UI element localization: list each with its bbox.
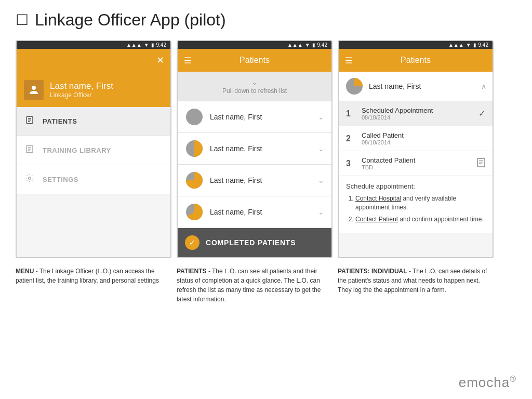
patient-avatar-4 bbox=[185, 203, 204, 221]
battery-icon-3: ▮ bbox=[473, 42, 476, 48]
step-title-3: Contacted Patient bbox=[362, 156, 471, 164]
user-name: Last name, First bbox=[50, 81, 113, 91]
caption-individual-text: PATIENTS: INDIVIDUAL - The L.O. can see … bbox=[338, 267, 494, 295]
step-info-2: Called Patient 08/10/2014 bbox=[362, 131, 485, 145]
settings-icon bbox=[24, 174, 35, 185]
patient-name-1: Last name, First bbox=[210, 113, 312, 121]
doc-icon[interactable] bbox=[477, 158, 485, 169]
patient-name-4: Last name, First bbox=[210, 208, 312, 216]
caption-individual: PATIENTS: INDIVIDUAL - The L.O. can see … bbox=[338, 267, 494, 304]
battery-icon-2: ▮ bbox=[312, 42, 315, 48]
hamburger-icon-2[interactable]: ☰ bbox=[184, 56, 191, 65]
caption-patients-bold: PATIENTS bbox=[177, 268, 207, 275]
screen-individual: ▲▲▲ ▼ ▮ 9:42 ☰ Patients Last name, First… bbox=[338, 40, 494, 258]
patient-avatar-2 bbox=[185, 139, 204, 158]
detail-avatar bbox=[345, 77, 364, 96]
individual-app-header: ☰ Patients bbox=[339, 49, 493, 72]
chevron-down-icon-3: ⌄ bbox=[318, 176, 324, 184]
status-bar-1: ▲▲▲ ▼ ▮ 9:42 bbox=[17, 41, 170, 49]
step-item-1[interactable]: 1 Scheduled Appointment 08/10/2014 ✓ bbox=[339, 101, 493, 126]
menu-item-settings[interactable]: SETTINGS bbox=[17, 165, 170, 194]
patient-list-item-3[interactable]: Last name, First ⌄ bbox=[178, 165, 331, 196]
page-header: ☐ Linkage Officer App (pilot) bbox=[16, 10, 516, 30]
menu-label-training: TRAINING LIBRARY bbox=[43, 147, 111, 154]
menu-app-header: ✕ bbox=[17, 49, 170, 72]
menu-label-patients: PATIENTS bbox=[43, 117, 77, 125]
step-item-3[interactable]: 3 Contacted Patient TBD bbox=[339, 151, 493, 176]
pull-refresh[interactable]: ⌄ Pull down to refresh list bbox=[178, 72, 331, 101]
user-avatar bbox=[24, 80, 44, 100]
chevron-up-icon: ∧ bbox=[481, 82, 486, 90]
signal-icon-2: ▲▲▲ bbox=[287, 42, 303, 48]
contact-patient-link[interactable]: Contact Patient bbox=[355, 216, 398, 223]
schedule-title: Schedule appointment: bbox=[346, 182, 485, 190]
menu-user-section: Last name, First Linkage Officer bbox=[17, 72, 170, 107]
battery-icon: ▮ bbox=[151, 42, 154, 48]
contact-hospital-link[interactable]: Contact Hospital bbox=[355, 195, 401, 202]
step-info-1: Scheduled Appointment 08/10/2014 bbox=[362, 107, 472, 121]
completed-label: COMPLETED PATIENTS bbox=[206, 238, 296, 247]
time-1: 9:42 bbox=[156, 42, 166, 48]
menu-items-list: PATIENTS TRAINING LIBRARY bbox=[17, 107, 170, 194]
emocha-text: emocha bbox=[459, 375, 510, 390]
caption-patients: PATIENTS - The L.O. can see all patients… bbox=[177, 267, 332, 304]
pull-refresh-text: Pull down to refresh list bbox=[222, 87, 287, 95]
patients-app-header: ☰ Patients bbox=[178, 49, 331, 72]
step-number-1: 1 bbox=[346, 109, 355, 118]
schedule-list: Contact Hospital and verify available ap… bbox=[346, 194, 485, 223]
completed-check-icon: ✓ bbox=[185, 235, 200, 250]
status-bar-3: ▲▲▲ ▼ ▮ 9:42 bbox=[339, 41, 493, 49]
patient-list-item-2[interactable]: Last name, First ⌄ bbox=[178, 133, 331, 165]
completed-patients-bar[interactable]: ✓ COMPLETED PATIENTS bbox=[178, 228, 331, 257]
time-3: 9:42 bbox=[478, 42, 488, 48]
patient-list-item-4[interactable]: Last name, First ⌄ bbox=[178, 196, 331, 228]
signal-icon-3: ▲▲▲ bbox=[448, 42, 464, 48]
patient-list-item[interactable]: Last name, First ⌄ bbox=[178, 101, 331, 133]
step-number-3: 3 bbox=[346, 159, 355, 168]
step-list: 1 Scheduled Appointment 08/10/2014 ✓ 2 C… bbox=[339, 101, 493, 176]
svg-rect-15 bbox=[477, 158, 485, 167]
chevron-down-icon-1: ⌄ bbox=[318, 113, 324, 121]
step-date-1: 08/10/2014 bbox=[362, 114, 472, 121]
menu-label-settings: SETTINGS bbox=[43, 176, 78, 183]
captions-container: MENU - The Linkage Officer (L.O.) can ac… bbox=[16, 267, 516, 304]
step-date-2: 08/10/2014 bbox=[362, 139, 485, 145]
patient-name-2: Last name, First bbox=[210, 144, 312, 153]
screen-menu: ▲▲▲ ▼ ▮ 9:42 ✕ Last name, First Linkage … bbox=[16, 40, 171, 258]
menu-item-patients[interactable]: PATIENTS bbox=[17, 107, 170, 136]
step-number-2: 2 bbox=[346, 134, 355, 143]
close-icon[interactable]: ✕ bbox=[156, 55, 164, 66]
svg-point-0 bbox=[32, 86, 36, 90]
schedule-item-1: Contact Hospital and verify available ap… bbox=[355, 194, 485, 212]
screens-container: ▲▲▲ ▼ ▮ 9:42 ✕ Last name, First Linkage … bbox=[16, 40, 516, 258]
step-title-2: Called Patient bbox=[362, 131, 485, 139]
wifi-icon-2: ▼ bbox=[305, 42, 310, 48]
user-role: Linkage Officer bbox=[50, 91, 113, 99]
emocha-symbol: ® bbox=[510, 375, 516, 383]
schedule-item-2-text: and confirm appointment time. bbox=[398, 216, 484, 223]
caption-individual-bold: PATIENTS: INDIVIDUAL bbox=[338, 268, 407, 275]
patients-header-title: Patients bbox=[240, 56, 270, 65]
signal-icon: ▲▲▲ bbox=[126, 42, 142, 48]
schedule-section: Schedule appointment: Contact Hospital a… bbox=[339, 176, 493, 233]
caption-patients-text: PATIENTS - The L.O. can see all patients… bbox=[177, 267, 332, 304]
pull-arrow-icon: ⌄ bbox=[184, 78, 325, 86]
training-icon bbox=[24, 144, 35, 156]
caption-menu-bold: MENU bbox=[16, 268, 34, 275]
svg-point-10 bbox=[186, 109, 203, 125]
chevron-down-icon-4: ⌄ bbox=[318, 208, 324, 216]
individual-header-title: Patients bbox=[401, 56, 431, 65]
patient-detail-header[interactable]: Last name, First ∧ bbox=[339, 72, 493, 101]
menu-item-training[interactable]: TRAINING LIBRARY bbox=[17, 136, 170, 165]
user-info: Last name, First Linkage Officer bbox=[50, 81, 113, 99]
step-item-2[interactable]: 2 Called Patient 08/10/2014 bbox=[339, 126, 493, 151]
detail-patient-name: Last name, First bbox=[369, 82, 476, 90]
step-check-icon: ✓ bbox=[478, 109, 485, 118]
step-title-1: Scheduled Appointment bbox=[362, 107, 472, 114]
step-info-3: Contacted Patient TBD bbox=[362, 156, 471, 170]
status-bar-2: ▲▲▲ ▼ ▮ 9:42 bbox=[178, 41, 331, 49]
svg-point-9 bbox=[29, 177, 31, 180]
chevron-down-icon-2: ⌄ bbox=[318, 144, 324, 153]
hamburger-icon-3[interactable]: ☰ bbox=[345, 56, 352, 65]
patient-avatar-1 bbox=[185, 108, 204, 126]
